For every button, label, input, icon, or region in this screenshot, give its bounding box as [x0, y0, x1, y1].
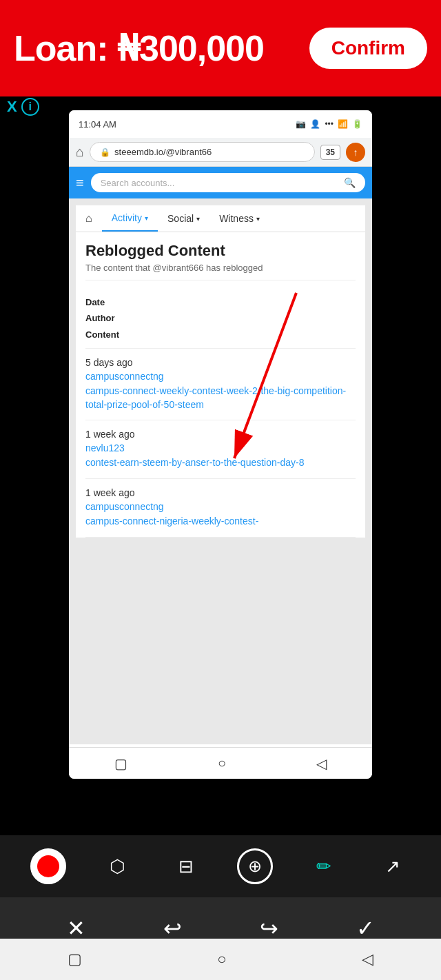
undo-button[interactable]: ↩	[163, 915, 182, 941]
main-content: Reblogged Content The content that @vibr…	[76, 232, 365, 538]
row-1-content[interactable]: campus-connect-weekly-contest-week-2-the…	[85, 385, 356, 411]
settings-icon: ⊟	[178, 856, 194, 877]
phone-nav-circle[interactable]: ○	[218, 755, 226, 771]
ad-banner: Loan: ₦300,000 Confirm X i	[0, 0, 441, 96]
erase-icon: ⬡	[110, 856, 125, 877]
ad-close-row: X i	[0, 94, 46, 120]
status-signal: 📷	[296, 119, 306, 129]
phone-nav-bar: ▢ ○ ◁	[69, 747, 372, 779]
content-area: ⌂ Activity ▾ Social ▾ Witness ▾ Reblogge…	[69, 198, 372, 744]
row-3-author[interactable]: campusconnectng	[85, 501, 356, 512]
tab-witness[interactable]: Witness ▾	[209, 205, 269, 232]
bottom-toolbar: ⬡ ⊟ ⊕ ✏ ↗	[0, 835, 441, 897]
status-signal-bars: 📶	[338, 119, 348, 129]
url-text: steeemdb.io/@vibrant66	[114, 147, 212, 157]
ad-info-icon[interactable]: i	[21, 98, 39, 116]
browser-tabs[interactable]: 35	[320, 145, 340, 160]
ad-close-icon[interactable]: X	[7, 98, 17, 116]
arrow-button[interactable]: ↗	[375, 848, 411, 884]
tab-home[interactable]: ⌂	[76, 205, 102, 232]
row-3-content[interactable]: campus-connect-nigeria-weekly-contest-	[85, 515, 356, 529]
table-row: 1 week ago nevlu123 contest-earn-steem-b…	[85, 420, 356, 479]
tab-activity-label: Activity	[112, 212, 142, 223]
status-person: 👤	[310, 119, 320, 129]
header-date: Date	[85, 294, 356, 310]
zoom-icon: ⊕	[248, 857, 262, 876]
table-header: Date Author Content	[85, 289, 356, 349]
data-table: Date Author Content 5 days ago campuscon…	[85, 289, 356, 538]
erase-button[interactable]: ⬡	[99, 848, 135, 884]
social-dropdown-icon: ▾	[196, 215, 200, 223]
search-bar[interactable]: Search accounts... 🔍	[91, 173, 365, 192]
sys-nav-circle[interactable]: ○	[217, 950, 226, 968]
close-button[interactable]: ✕	[67, 915, 85, 941]
header-content: Content	[85, 327, 356, 343]
row-1-date: 5 days ago	[85, 357, 356, 368]
ad-loan-text: Loan: ₦300,000	[14, 28, 264, 69]
arrow-icon: ↗	[385, 856, 400, 877]
row-2-date: 1 week ago	[85, 429, 356, 440]
phone-nav-back[interactable]: ◁	[316, 755, 327, 772]
record-button[interactable]	[30, 848, 66, 884]
address-bar[interactable]: 🔒 steeemdb.io/@vibrant66	[90, 142, 315, 162]
activity-dropdown-icon: ▾	[145, 214, 148, 222]
row-2-author[interactable]: nevlu123	[85, 442, 356, 453]
system-nav: ▢ ○ ◁	[0, 939, 441, 980]
browser-share-icon[interactable]: ↑	[346, 143, 365, 162]
home-icon: ⌂	[85, 212, 92, 225]
page-subtitle: The content that @vibrant666 has reblogg…	[85, 263, 356, 280]
pen-icon: ✏	[316, 856, 331, 877]
row-2-content[interactable]: contest-earn-steem-by-anser-to-the-quest…	[85, 456, 356, 470]
record-inner	[37, 855, 59, 877]
settings-button[interactable]: ⊟	[168, 848, 204, 884]
browser-chrome: ⌂ 🔒 steeemdb.io/@vibrant66 35 ↑	[69, 138, 372, 167]
lock-icon: 🔒	[100, 147, 110, 157]
row-3-date: 1 week ago	[85, 487, 356, 498]
nav-tabs: ⌂ Activity ▾ Social ▾ Witness ▾	[76, 205, 365, 232]
sys-nav-back[interactable]: ◁	[362, 950, 373, 968]
status-more: •••	[325, 119, 334, 129]
table-row: 5 days ago campusconnectng campus-connec…	[85, 349, 356, 420]
phone-nav-square[interactable]: ▢	[114, 755, 127, 772]
search-placeholder: Search accounts...	[101, 178, 175, 188]
header-author: Author	[85, 310, 356, 326]
redo-button[interactable]: ↪	[260, 915, 278, 941]
tab-social-label: Social	[167, 213, 194, 224]
tab-witness-label: Witness	[219, 213, 254, 224]
witness-dropdown-icon: ▾	[256, 215, 260, 223]
ad-confirm-button[interactable]: Confirm	[309, 28, 427, 69]
status-bar: 11:04 AM 📷 👤 ••• 📶 🔋	[69, 110, 372, 138]
row-1-author[interactable]: campusconnectng	[85, 371, 356, 382]
page-title: Reblogged Content	[85, 242, 356, 260]
status-battery: 🔋	[352, 119, 362, 129]
pen-button[interactable]: ✏	[306, 848, 342, 884]
tab-social[interactable]: Social ▾	[158, 205, 209, 232]
site-navbar: ≡ Search accounts... 🔍	[69, 167, 372, 198]
confirm-button[interactable]: ✓	[356, 915, 375, 941]
status-time: 11:04 AM	[79, 119, 116, 130]
status-icons: 📷 👤 ••• 📶 🔋	[296, 119, 362, 129]
phone-frame: 11:04 AM 📷 👤 ••• 📶 🔋 ⌂ 🔒 steeemdb.io/@vi…	[69, 110, 372, 779]
browser-home-icon[interactable]: ⌂	[76, 144, 84, 160]
zoom-button[interactable]: ⊕	[237, 848, 273, 884]
search-icon: 🔍	[344, 177, 356, 188]
sys-nav-square[interactable]: ▢	[68, 950, 82, 968]
hamburger-icon[interactable]: ≡	[76, 175, 84, 191]
tab-activity[interactable]: Activity ▾	[102, 205, 158, 232]
table-row: 1 week ago campusconnectng campus-connec…	[85, 479, 356, 538]
